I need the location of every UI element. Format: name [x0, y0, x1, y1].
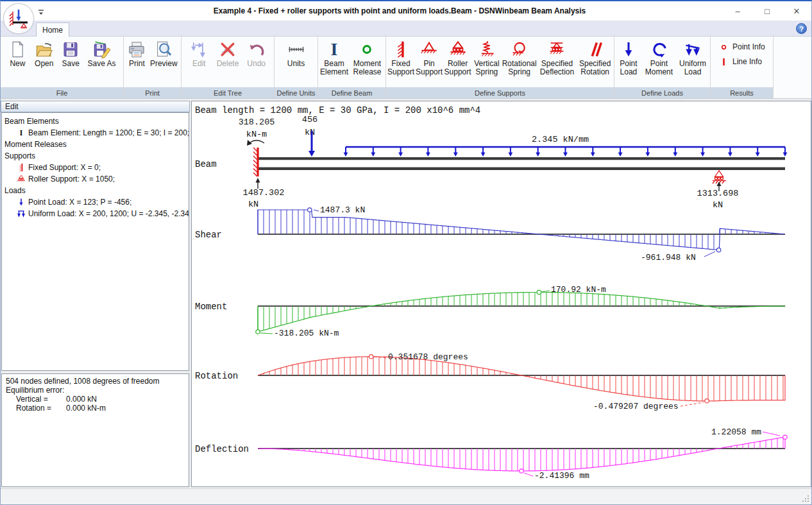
ribbon-button-beam-element[interactable]: IBeam Element: [319, 37, 350, 78]
diagram-canvas[interactable]: Beam length = 1200 mm, E = 30 GPa, I = 2…: [191, 101, 811, 487]
tree-item-beam-element[interactable]: IBeam Element: Length = 1200; E = 30; I …: [2, 127, 189, 139]
ribbon-button-specified-deflection[interactable]: Specified Deflection: [537, 37, 577, 78]
ribbon-button-label: Fixed Support: [387, 60, 414, 76]
ribbon-button-print[interactable]: Print: [126, 37, 147, 69]
ribbon-tab-row: Home ?: [1, 21, 811, 37]
ribbon-button-new[interactable]: New: [7, 37, 28, 69]
ribbon-button-point-load[interactable]: Point Load: [615, 37, 642, 78]
resize-grip-icon[interactable]: [802, 495, 810, 503]
tree-item-label: Point Load: X = 123; P = -456;: [28, 198, 131, 207]
marker-shear-1: [716, 248, 720, 252]
ribbon-button-label: Uniform Load: [677, 60, 709, 76]
ribbon-button-label: Units: [287, 60, 305, 68]
beam-schematic: 318.205kN-m456kN2.345 kN/mm1487.302kN131…: [239, 115, 788, 210]
tree-item-supports[interactable]: Supports: [2, 150, 189, 162]
close-button[interactable]: ✕: [782, 1, 811, 21]
ribbon-group-caption: File: [1, 87, 123, 98]
section-label-rotation: Rotation: [195, 371, 238, 381]
right-reaction-value: 1313.698: [697, 189, 739, 198]
tree-item-beam-elements[interactable]: Beam Elements: [2, 116, 189, 127]
help-button[interactable]: ?: [796, 23, 807, 34]
ribbon-group-caption: Results: [711, 87, 773, 98]
svg-text:I: I: [331, 40, 338, 58]
window-controls: – □ ✕: [723, 1, 811, 21]
marker-rotation-0: [369, 355, 373, 359]
line-info-icon: [719, 57, 729, 67]
tree-item-uniform-load[interactable]: Uniform Load: X = 200, 1200; U = -2.345,…: [2, 208, 189, 219]
marker-shear-0: [308, 208, 312, 212]
ribbon-button-label: New: [10, 60, 25, 68]
uniform-load-value: 2.345 kN/mm: [532, 135, 589, 144]
ribbon: NewOpenSaveSave AsFilePrintPreviewPrintE…: [1, 37, 811, 99]
marker-moment-1: [537, 290, 541, 294]
tree-item-label: Roller Support: X = 1050;: [28, 175, 115, 184]
ribbon-button-moment-release[interactable]: Moment Release: [350, 37, 385, 78]
ribbon-button-rotational-spring[interactable]: Rotational Spring: [502, 37, 537, 78]
tab-home[interactable]: Home: [36, 22, 69, 37]
beam-top-flange: [258, 157, 785, 160]
ribbon-button-pin-support[interactable]: Pin Support: [415, 37, 443, 78]
annotation-moment-0: -318.205 kN-m: [274, 329, 339, 338]
beam-element-icon: I: [325, 40, 343, 58]
ribbon-button-label: Pin Support: [416, 60, 443, 76]
roller-support-icon: [713, 171, 726, 184]
open-folder-icon: [35, 40, 53, 58]
vertical-value: 0.000 kN: [66, 395, 97, 404]
fixed-moment-value: 318.205: [239, 117, 275, 127]
printer-icon: [128, 40, 146, 58]
right-reaction-unit: kN: [713, 200, 723, 210]
fixed-moment-unit: kN-m: [246, 130, 267, 139]
ribbon-group-caption: Print: [124, 87, 181, 98]
minimize-button[interactable]: –: [723, 1, 752, 21]
maximize-button[interactable]: □: [752, 1, 782, 21]
left-reaction-value: 1487.302: [243, 188, 285, 198]
ribbon-button-label: Undo: [247, 60, 266, 68]
ribbon-button-save[interactable]: Save: [60, 37, 81, 69]
section-label-beam: Beam: [195, 159, 217, 169]
nodes-summary: 504 nodes defined, 1008 degrees of freed…: [6, 377, 185, 386]
tree-item-roller-support[interactable]: Roller Support: X = 1050;: [2, 173, 189, 185]
tree-item-moment-releases[interactable]: Moment Releases: [2, 139, 189, 150]
roller-support-icon: [449, 40, 467, 58]
ribbon-button-label: Point Moment: [643, 60, 675, 76]
pin-support-icon: [420, 40, 438, 58]
ribbon-button-units[interactable]: Units: [286, 37, 307, 69]
app-icon[interactable]: [3, 3, 34, 34]
tree-item-point-load[interactable]: Point Load: X = 123; P = -456;: [2, 196, 189, 208]
marker-moment-0: [256, 330, 260, 334]
delete-icon: [219, 40, 237, 58]
ribbon-button-point-moment[interactable]: Point Moment: [642, 37, 676, 78]
ribbon-button-label: Point Info: [732, 43, 765, 51]
ribbon-button-line-info[interactable]: Line Info: [718, 56, 762, 67]
ribbon-button-preview[interactable]: Preview: [149, 37, 178, 69]
ribbon-button-vertical-spring[interactable]: Vertical Spring: [472, 37, 501, 78]
ribbon-button-open[interactable]: Open: [34, 37, 55, 69]
ribbon-group-results: Point InfoLine InfoResults: [711, 37, 774, 98]
uniform-icon: [17, 209, 26, 218]
point-info-icon: [719, 42, 729, 52]
ribbon-button-fixed-support[interactable]: Fixed Support: [387, 37, 415, 78]
ribbon-button-save-as[interactable]: Save As: [87, 37, 117, 69]
section-label-moment: Moment: [195, 302, 227, 312]
ribbon-button-label: Point Load: [616, 60, 641, 76]
ribbon-group-caption: Define Supports: [386, 87, 614, 98]
fixed-icon: [17, 163, 26, 172]
ribbon-button-uniform-load[interactable]: Uniform Load: [676, 37, 709, 78]
ribbon-button-roller-support[interactable]: Roller Support: [443, 37, 472, 78]
ribbon-button-point-info[interactable]: Point Info: [718, 42, 765, 52]
tree-item-loads[interactable]: Loads: [2, 185, 189, 196]
roller-icon: [17, 175, 26, 184]
ribbon-button-specified-rotation[interactable]: Specified Rotation: [577, 37, 613, 78]
vertical-spring-icon: [478, 40, 496, 58]
annotation-rotation-1: -0.479207 degrees: [593, 402, 679, 411]
tree-item-fixed-support[interactable]: Fixed Support: X = 0;: [2, 162, 189, 173]
beam-properties-header: Beam length = 1200 mm, E = 30 GPa, I = 2…: [195, 105, 480, 116]
specified-deflection-icon: [548, 40, 566, 58]
point-icon: [17, 198, 26, 207]
annotation-deflection-0: -2.41396 mm: [534, 471, 589, 481]
marker-deflection-1: [783, 435, 787, 439]
quick-access-dropdown[interactable]: [37, 7, 45, 15]
uniform-load-arrows-icon: [344, 147, 788, 157]
ribbon-group-caption: Define Beam: [318, 87, 385, 98]
fixed-support-icon: [392, 40, 410, 58]
